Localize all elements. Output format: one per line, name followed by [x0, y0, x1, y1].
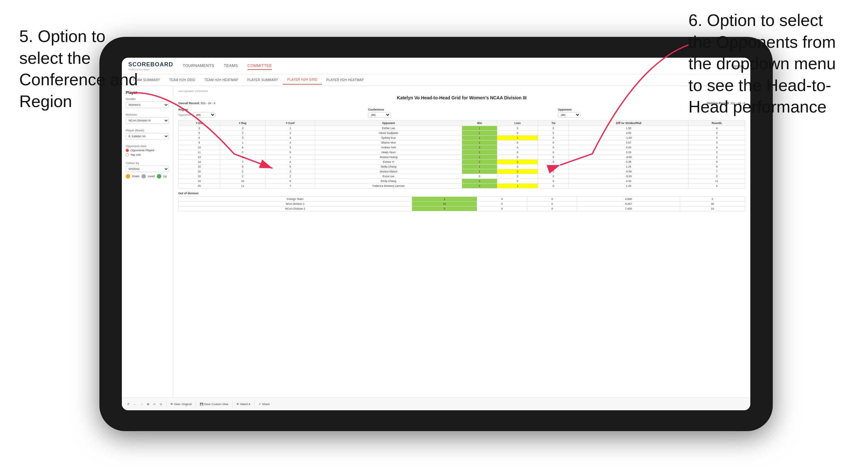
cell-tie: 0	[538, 150, 569, 155]
table-header-row: # Div # Reg # Conf Opponent Win Loss Tie…	[179, 121, 745, 126]
cell-name: Alexis Sudjianto	[315, 131, 462, 135]
toolbar-save-custom[interactable]: 💾 Save Custom View	[200, 403, 228, 406]
sub-nav-player-h2h-grid[interactable]: PLAYER H2H GRID	[283, 75, 322, 85]
player-rank-label: Player (Rank)	[126, 129, 169, 132]
colour-dot-down	[126, 174, 130, 179]
cell-rounds: 2	[688, 155, 745, 160]
table-row: 20 11 7 Federica Domecq Lacroze 2 1 0 1.…	[179, 184, 745, 188]
cell-div: 9	[179, 141, 220, 145]
nav-committee[interactable]: COMMITTEE	[248, 62, 272, 70]
cell-name: Stella Cheng	[315, 164, 462, 169]
out-table-row: NCAA Division 2 5 0 0 7.400 10	[179, 207, 745, 211]
cell-div: 14	[179, 160, 220, 164]
region-select[interactable]: (All)	[193, 112, 215, 118]
toolbar-sep2	[195, 401, 196, 407]
table-row: 19 10 6 Emily Chang 4 0 0 0.30 11	[179, 179, 745, 184]
cell-tie: 0	[538, 155, 569, 160]
cell-diff: -1.00	[569, 135, 688, 141]
toolbar-share[interactable]: ↗ Share	[258, 403, 270, 406]
cell-name: Sydney Kuo	[315, 135, 462, 141]
table-row: 18 2 2 Euna Lee 0 0 0 -5.00 2	[179, 174, 745, 179]
nav-teams[interactable]: TEAMS	[224, 62, 238, 70]
cell-tie: 0	[538, 126, 569, 131]
cell-diff: -5.00	[569, 174, 688, 179]
cell-name: Emily Chang	[315, 179, 462, 184]
toolbar-grid[interactable]: ⊞	[147, 403, 149, 406]
cell-diff: 3.67	[569, 141, 688, 145]
filter-region-row: Opponents: (All)	[178, 112, 366, 118]
cell-tie: 0	[538, 164, 569, 169]
toolbar-view-original[interactable]: 👁 View: Original	[170, 403, 192, 406]
annotation-right: 6. Option to select the Opponents from t…	[688, 10, 849, 118]
data-area: Last Updated: 27/03/2024 Katelyn Vo Head…	[173, 86, 750, 410]
cell-div: 10	[179, 145, 220, 150]
colour-by-select[interactable]: Win/loss	[126, 166, 169, 172]
cell-win: 0	[462, 174, 497, 179]
opponents-label: Opponents:	[178, 114, 191, 116]
cell-div: 16	[179, 169, 220, 174]
cell-tie: 0	[538, 184, 569, 188]
out-cell-rounds: 10	[680, 207, 745, 211]
toolbar-forward[interactable]: →	[140, 403, 143, 406]
cell-loss: 0	[497, 131, 538, 135]
radio-top100[interactable]: Top 100	[126, 153, 169, 156]
cell-reg: 10	[220, 179, 265, 184]
cell-loss: 1	[497, 135, 538, 141]
cell-conf: 3	[266, 135, 315, 141]
table-row: 6 3 3 Sydney Kuo 1 1 0 -1.00 3	[179, 135, 745, 141]
cell-div: 13	[179, 155, 220, 160]
cell-conf: 1	[266, 126, 315, 131]
cell-rounds: 6	[688, 184, 745, 188]
th-conf: # Conf	[266, 121, 315, 126]
toolbar-refresh[interactable]: ⊙	[160, 403, 162, 406]
colour-label-up: Up	[163, 175, 167, 178]
cell-conf: 2	[266, 174, 315, 179]
cell-tie: 0	[538, 174, 569, 179]
conference-title: Conference	[368, 108, 555, 111]
cell-diff: 1.25	[569, 164, 688, 169]
player-rank-select[interactable]: 8. Katelyn Vo	[126, 133, 169, 139]
radio-opponents-played[interactable]: Opponents Played	[126, 149, 169, 152]
cell-win: 2	[462, 145, 497, 150]
cell-conf: 1	[266, 155, 315, 160]
table-row: 14 7 4 Eunice Yi 2 2 0 0.38 9	[179, 160, 745, 164]
colour-row: Down Level Up	[126, 174, 169, 179]
cell-tie: 0	[538, 141, 569, 145]
opponent-select[interactable]: (All)	[558, 112, 580, 118]
cell-loss: 0	[497, 155, 538, 160]
colour-dot-level	[142, 174, 146, 179]
th-opponent: Opponent	[315, 121, 462, 126]
sub-nav-team-h2h-grid[interactable]: TEAM H2H GRID	[164, 75, 200, 84]
toolbar-return[interactable]: ↩	[153, 403, 156, 406]
table-row: 15 8 5 Stella Cheng 1 0 0 1.25 4	[179, 164, 745, 169]
cell-conf: 4	[266, 141, 315, 145]
bottom-toolbar: ↺ ← → ⊞ ↩ ⊙ 👁 View: Original 💾 Save Cust…	[122, 398, 750, 410]
cell-tie: 0	[538, 135, 569, 141]
cell-reg: 3	[220, 126, 265, 131]
cell-div: 18	[179, 174, 220, 179]
toolbar-watch[interactable]: 👁 Watch ▾	[236, 403, 250, 406]
cell-name: Federica Domecq Lacroze	[315, 184, 462, 188]
toolbar-undo[interactable]: ↺	[127, 403, 129, 406]
nav-tournaments[interactable]: TOURNAMENTS	[183, 62, 214, 70]
cell-name: Esther Lee	[315, 126, 462, 131]
cell-loss: 0	[497, 179, 538, 184]
out-table-row: NAIA Division 1 15 0 0 9.267 30	[179, 201, 745, 207]
conference-select[interactable]: (All)	[368, 112, 391, 118]
sub-nav-player-h2h-heatmap[interactable]: PLAYER H2H HEATMAP	[322, 75, 368, 84]
sub-nav-player-summary[interactable]: PLAYER SUMMARY	[243, 75, 283, 84]
radio-circle-filled	[126, 149, 129, 152]
division-select[interactable]: NCAA Division III	[126, 117, 169, 124]
cell-rounds: 4	[688, 164, 745, 169]
cell-loss: 2	[497, 160, 538, 164]
page-title: Katelyn Vo Head-to-Head Grid for Women's…	[178, 95, 745, 100]
cell-win: 1	[462, 150, 497, 155]
cell-win: 4	[462, 179, 497, 184]
cell-win: 1	[462, 135, 497, 141]
sidebar-opponent-section: Opponent view Opponents Played Top 100	[126, 145, 169, 156]
cell-reg: 6	[220, 145, 265, 150]
toolbar-back[interactable]: ←	[133, 403, 136, 406]
cell-rounds: 4	[688, 145, 745, 150]
out-cell-tie: 0	[527, 201, 577, 207]
sub-nav-team-h2h-heatmap[interactable]: TEAM H2H HEATMAP	[200, 75, 243, 84]
